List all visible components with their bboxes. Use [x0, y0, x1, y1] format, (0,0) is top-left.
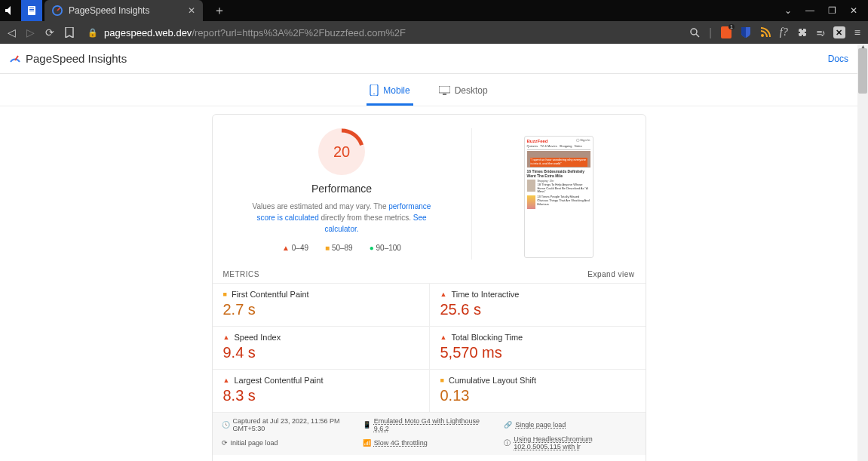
env-single: 🔗Single page load: [504, 417, 636, 432]
metric-item: ■Cumulative Layout Shift0.13: [429, 369, 646, 412]
divider: |: [709, 26, 712, 38]
metrics-title: METRICS: [223, 270, 260, 278]
expand-view-link[interactable]: Expand view: [587, 270, 634, 278]
svg-rect-2: [29, 9, 34, 10]
tab-title: PageSpeed Insights: [69, 5, 149, 16]
svg-point-7: [761, 34, 764, 37]
svg-rect-12: [443, 94, 446, 95]
maximize-window-icon[interactable]: ❐: [828, 5, 836, 16]
device-tabs: Mobile Desktop: [0, 74, 857, 106]
brave-shields-icon[interactable]: 1: [721, 26, 732, 38]
environment-info: 🕓Captured at Jul 23, 2022, 11:56 PM GMT+…: [213, 412, 646, 455]
metric-item: ▲Time to Interactive25.6 s: [429, 284, 646, 326]
url-path: /report?url=https%3A%2F%2Fbuzzfeed.com%2…: [192, 27, 406, 38]
score-legend: ▲ 0–49 ■ 50–89 ● 90–100: [282, 244, 401, 252]
search-icon[interactable]: [689, 27, 700, 38]
close-tab-icon[interactable]: ✕: [188, 5, 195, 16]
extensions-icon[interactable]: [797, 27, 808, 38]
browser-tab-bar: PageSpeed Insights ✕ ＋ ⌄ — ❐ ✕: [0, 0, 868, 21]
performance-label: Performance: [311, 183, 372, 195]
env-throttling: 📶Slow 4G throttling: [363, 435, 495, 450]
metrics-grid: ■First Contentful Paint2.7 s▲Time to Int…: [213, 284, 646, 412]
bitwarden-icon[interactable]: [741, 26, 751, 38]
close-window-icon[interactable]: ✕: [850, 5, 857, 16]
new-tab-button[interactable]: ＋: [213, 3, 225, 19]
background-tab-doc[interactable]: [21, 0, 42, 21]
bookmark-button[interactable]: [65, 27, 74, 38]
rss-icon[interactable]: [760, 27, 771, 38]
mobile-icon: [370, 85, 379, 96]
page-title: PageSpeed Insights: [26, 52, 127, 65]
metric-item: ▲Total Blocking Time5,570 ms: [429, 326, 646, 369]
env-captured: 🕓Captured at Jul 23, 2022, 11:56 PM GMT+…: [222, 417, 354, 432]
metric-item: ▲Largest Contentful Paint8.3 s: [213, 369, 429, 412]
psi-header: PageSpeed Insights Docs: [0, 44, 857, 74]
psi-logo-icon: [9, 53, 21, 65]
browser-toolbar: ◁ ▷ ⟳ 🔒 pagespeed.web.dev /report?url=ht…: [0, 21, 868, 44]
tab-desktop[interactable]: Desktop: [436, 80, 491, 106]
svg-point-5: [691, 29, 697, 35]
svg-rect-11: [439, 86, 450, 93]
x-extension-icon[interactable]: ✕: [833, 26, 845, 38]
metric-item: ■First Contentful Paint2.7 s: [213, 284, 429, 326]
chevron-down-icon[interactable]: ⌄: [784, 5, 792, 16]
playlist-icon[interactable]: ≡♪: [817, 27, 824, 38]
url-host: pagespeed.web.dev: [104, 27, 192, 38]
svg-rect-1: [29, 8, 34, 8]
metric-item: ▲Speed Index9.4 s: [213, 326, 429, 369]
reload-button[interactable]: ⟳: [45, 26, 54, 38]
address-bar[interactable]: 🔒 pagespeed.web.dev /report?url=https%3A…: [87, 27, 406, 38]
svg-line-6: [696, 34, 699, 37]
psi-favicon-icon: [52, 5, 63, 16]
menu-icon[interactable]: ≡: [854, 26, 860, 38]
lock-icon: 🔒: [87, 28, 98, 38]
svg-rect-3: [29, 11, 34, 11]
font-extension-icon[interactable]: f?: [780, 26, 788, 38]
minimize-window-icon[interactable]: —: [805, 5, 814, 16]
back-button[interactable]: ◁: [8, 26, 16, 38]
tab-desktop-label: Desktop: [455, 85, 488, 96]
page-preview: BuzzFeed◯ Sign In QuizzesTV & MoviesShop…: [524, 136, 593, 258]
sound-icon[interactable]: [0, 6, 21, 15]
forward-button[interactable]: ▷: [26, 26, 35, 38]
desktop-icon: [439, 86, 450, 95]
report-card: 20 Performance Values are estimated and …: [212, 114, 646, 461]
tab-mobile[interactable]: Mobile: [367, 80, 413, 106]
svg-point-10: [373, 94, 375, 95]
score-disclaimer: Values are estimated and may vary. The p…: [244, 201, 440, 235]
env-headless: ⓘUsing HeadlessChromium 102.0.5005.115 w…: [504, 435, 636, 450]
active-tab[interactable]: PageSpeed Insights ✕: [44, 0, 203, 21]
score-value: 20: [318, 128, 365, 175]
env-initial: ⟳Initial page load: [222, 435, 354, 450]
tab-mobile-label: Mobile: [383, 85, 409, 96]
scrollbar-thumb[interactable]: [858, 48, 867, 94]
scrollbar[interactable]: ▲: [857, 44, 868, 461]
docs-link[interactable]: Docs: [828, 54, 848, 64]
env-emulated: 📱Emulated Moto G4 with Lighthouse 9.6.2: [363, 417, 495, 432]
performance-gauge: 20: [318, 128, 365, 175]
